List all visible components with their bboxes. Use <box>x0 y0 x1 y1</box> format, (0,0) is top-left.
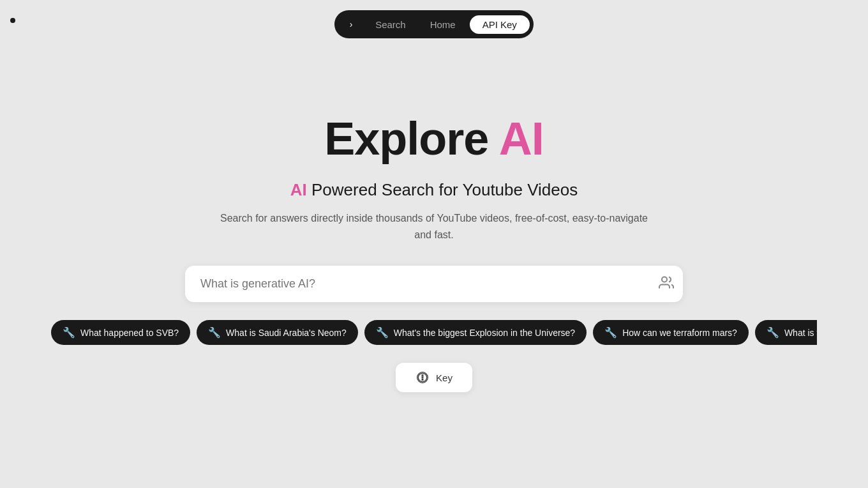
search-input[interactable] <box>185 266 683 302</box>
hero-subtitle-ai: AI <box>290 180 307 199</box>
chatgpt-icon <box>415 370 430 385</box>
pill-text-1: What is Saudi Arabia's Neom? <box>226 328 347 338</box>
search-submit-button[interactable] <box>659 275 674 293</box>
pill-text-3: How can we terraform mars? <box>622 328 737 338</box>
pill-text-4: What is the <box>784 328 817 338</box>
dot-indicator <box>10 18 15 23</box>
nav-arrow-button[interactable]: › <box>341 14 361 34</box>
hero-title-explore: Explore <box>324 113 488 164</box>
suggestion-pill-1[interactable]: 🔧 What is Saudi Arabia's Neom? <box>197 320 358 345</box>
pill-icon-3: 🔧 <box>604 326 617 339</box>
hero-subtitle-text: Powered Search for Youtube Videos <box>311 180 578 199</box>
suggestion-pill-3[interactable]: 🔧 How can we terraform mars? <box>593 320 749 345</box>
suggestions-row: 🔧 What happened to SVB? 🔧 What is Saudi … <box>51 320 817 345</box>
svg-point-0 <box>662 277 667 282</box>
hero-title-ai-word: AI <box>499 113 544 164</box>
suggestion-pill-4[interactable]: 🔧 What is the <box>755 320 817 345</box>
api-key-dropdown-label: Key <box>436 372 453 383</box>
nav-api-key-button[interactable]: API Key <box>470 15 530 34</box>
nav-search-link[interactable]: Search <box>365 15 416 34</box>
hero-description: Search for answers directly inside thous… <box>217 210 651 243</box>
api-key-dropdown[interactable]: Key <box>396 363 472 392</box>
suggestion-pill-0[interactable]: 🔧 What happened to SVB? <box>51 320 190 345</box>
pill-icon-1: 🔧 <box>208 326 221 339</box>
nav-home-link[interactable]: Home <box>420 15 466 34</box>
pill-icon-4: 🔧 <box>767 326 779 339</box>
search-container <box>185 266 683 302</box>
pill-icon-0: 🔧 <box>63 326 75 339</box>
arrow-icon: › <box>350 19 353 29</box>
hero-section: Explore AI AI Powered Search for Youtube… <box>0 49 868 392</box>
suggestion-pill-2[interactable]: 🔧 What's the biggest Explosion in the Un… <box>364 320 587 345</box>
pill-icon-2: 🔧 <box>376 326 389 339</box>
nav-pill: › Search Home API Key <box>334 10 534 38</box>
navbar: › Search Home API Key <box>0 0 868 49</box>
pill-text-0: What happened to SVB? <box>80 328 179 338</box>
pill-text-2: What's the biggest Explosion in the Univ… <box>394 328 575 338</box>
people-icon <box>659 275 674 290</box>
hero-title: Explore AI <box>324 112 543 165</box>
hero-subtitle: AI Powered Search for Youtube Videos <box>290 180 578 200</box>
